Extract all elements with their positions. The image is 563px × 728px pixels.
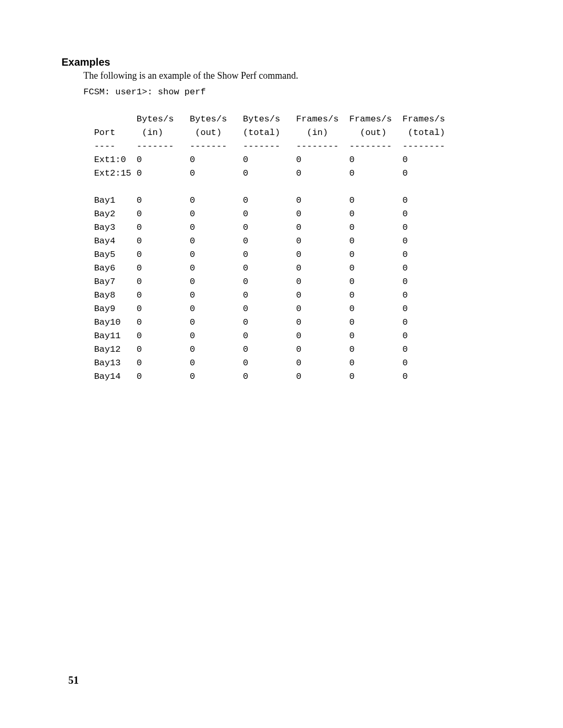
perf-table: Bytes/s Bytes/s Bytes/s Frames/s Frames/… xyxy=(83,113,501,384)
page-number: 51 xyxy=(68,674,79,686)
page: Examples The following is an example of … xyxy=(0,0,563,728)
command-prompt-line: FCSM: user1>: show perf xyxy=(83,85,501,99)
spacer-line xyxy=(83,99,501,113)
section-heading: Examples xyxy=(62,56,501,68)
intro-text: The following is an example of the Show … xyxy=(83,70,501,81)
content-block: Examples The following is an example of … xyxy=(62,56,501,384)
